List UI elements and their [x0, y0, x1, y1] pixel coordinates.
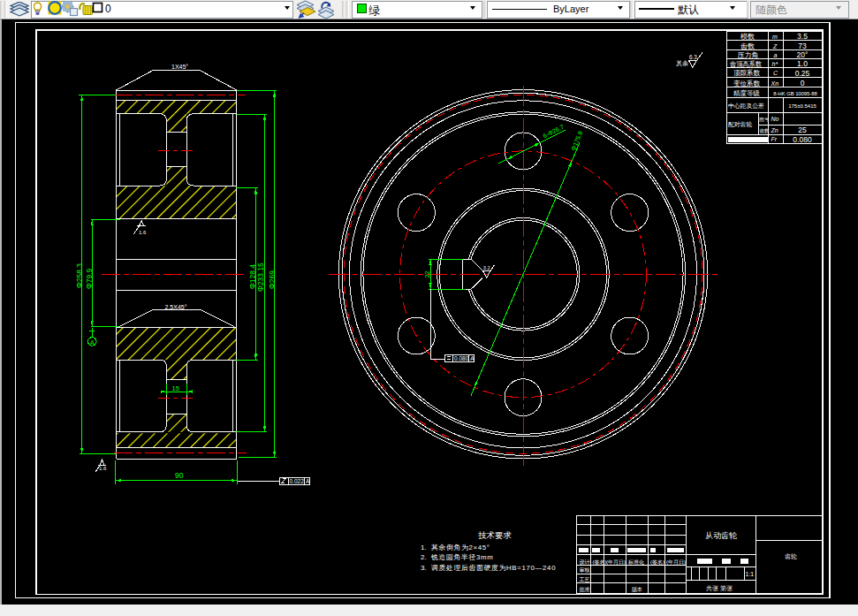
svg-text:齿轮: 齿轮: [785, 553, 797, 560]
svg-text:审核: 审核: [580, 567, 590, 573]
svg-text:(签名): (签名): [650, 559, 664, 566]
svg-text:73: 73: [798, 42, 807, 50]
svg-text:铣造圆角半径3mm: 铣造圆角半径3mm: [430, 553, 493, 561]
svg-text:0.080: 0.080: [454, 355, 469, 361]
svg-text:齿顶高系数: 齿顶高系数: [730, 60, 763, 68]
svg-text:配对齿轮: 配对齿轮: [728, 121, 752, 128]
svg-text:2.5X45°: 2.5X45°: [165, 304, 187, 310]
svg-text:m: m: [772, 34, 778, 40]
svg-text:(年月日): (年月日): [666, 559, 686, 566]
svg-text:2.: 2.: [421, 553, 427, 561]
svg-text:1.6: 1.6: [99, 466, 107, 471]
svg-text:0.022: 0.022: [290, 478, 305, 484]
svg-text:共张 第张: 共张 第张: [706, 585, 733, 592]
svg-text:(签名): (签名): [593, 559, 607, 566]
svg-text:6.3: 6.3: [689, 54, 697, 60]
svg-text:0.25: 0.25: [795, 69, 810, 78]
svg-text:齿数: 齿数: [759, 128, 770, 133]
svg-text:技术要求: 技术要求: [478, 530, 513, 540]
svg-text:15: 15: [172, 384, 179, 392]
svg-text:1X45°: 1X45°: [171, 64, 188, 70]
svg-text:0.080: 0.080: [793, 135, 812, 144]
svg-text:22: 22: [424, 271, 430, 278]
svg-text:精度等级: 精度等级: [733, 89, 761, 97]
svg-text:版本: 版本: [632, 587, 642, 592]
svg-text:8-HK GB 10095-88: 8-HK GB 10095-88: [773, 91, 816, 96]
svg-text:标准化: 标准化: [627, 559, 644, 566]
svg-text:图号: 图号: [759, 117, 770, 122]
svg-text:1.0: 1.0: [797, 59, 808, 68]
svg-text:3.5: 3.5: [797, 32, 808, 41]
svg-text:Φ269: Φ269: [268, 270, 277, 289]
svg-text:0: 0: [801, 79, 805, 87]
svg-text:A: A: [306, 478, 310, 484]
svg-text:其余倒角为2×45°: 其余倒角为2×45°: [431, 544, 490, 551]
svg-text:90: 90: [175, 471, 184, 480]
svg-text:175±0.5415: 175±0.5415: [788, 103, 816, 109]
svg-text:顶隙系数: 顶隙系数: [733, 69, 761, 77]
svg-text:工艺: 工艺: [580, 576, 590, 582]
svg-text:Φ233.15: Φ233.15: [256, 262, 265, 292]
svg-text:Zn: Zn: [771, 127, 778, 133]
svg-text:Xn: Xn: [771, 80, 779, 87]
svg-text:h*: h*: [772, 61, 778, 67]
svg-text:调质处理后齿面硬度为HB=170—240: 调质处理后齿面硬度为HB=170—240: [431, 564, 556, 572]
svg-text:3.: 3.: [421, 564, 427, 572]
svg-text:齿数: 齿数: [740, 42, 755, 50]
svg-text:25: 25: [798, 125, 807, 134]
svg-text:变位系数: 变位系数: [733, 80, 761, 87]
svg-text:中心距及公差: 中心距及公差: [728, 103, 764, 109]
svg-text:3.2: 3.2: [483, 265, 490, 270]
svg-text:其余: 其余: [676, 60, 688, 67]
svg-text:Φ258.3: Φ258.3: [75, 263, 84, 288]
svg-text:批准: 批准: [580, 587, 590, 593]
svg-text:1.6: 1.6: [139, 230, 147, 235]
svg-text:压力角: 压力角: [738, 51, 759, 59]
svg-text:Φ79.9: Φ79.9: [85, 268, 94, 289]
svg-text:Fr: Fr: [771, 136, 778, 142]
svg-text:A: A: [90, 339, 95, 346]
svg-text:20°: 20°: [797, 50, 809, 59]
svg-text:No: No: [771, 116, 779, 122]
svg-text:(年月日): (年月日): [606, 559, 626, 566]
svg-text:设计: 设计: [580, 559, 590, 565]
svg-text:1:1: 1:1: [746, 571, 755, 577]
svg-text:Z: Z: [772, 43, 778, 49]
svg-text:从动齿轮: 从动齿轮: [705, 531, 737, 540]
svg-text:1.: 1.: [421, 544, 427, 551]
svg-text:A: A: [470, 355, 475, 361]
svg-text:a: a: [774, 52, 778, 58]
svg-text:模数: 模数: [740, 33, 755, 41]
